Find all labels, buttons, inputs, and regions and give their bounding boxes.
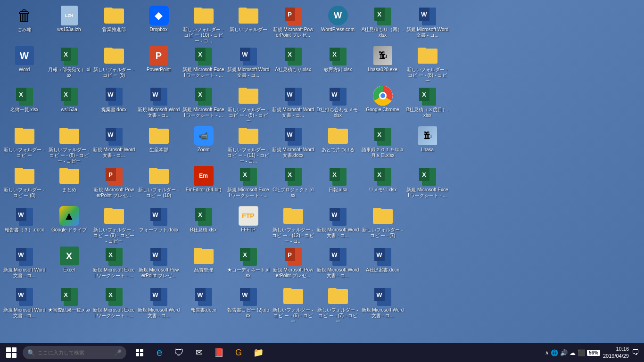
icon-image-excel2: X (104, 286, 124, 306)
desktop-icon-gijiroku[interactable]: X 議事録２０１９年４月８日.xlsx (360, 124, 405, 164)
desktop-icon-folder2[interactable]: 新しいフォルダー - コピ ー (8) (2, 164, 47, 204)
desktop-icon-atode[interactable]: あとで片つける (315, 124, 360, 164)
desktop-icon-asha_mitsumori2[interactable]: X A社見積もり（再）.xlsx (360, 4, 405, 44)
desktop-icon-word8[interactable]: W 新規 Microsoft Word 文書 - コ... (226, 44, 271, 84)
desktop-icon-ffftp[interactable]: FTP FFFTP (226, 204, 271, 244)
folder-icon (104, 8, 124, 24)
desktop-icon-chrome[interactable]: Google Chrome (360, 84, 405, 124)
desktop-icon-word14[interactable]: W 新規 Microsoft Word 文書 - コ... (405, 4, 450, 44)
desktop-icon-asha_teian[interactable]: W A社提案書.docx (360, 244, 405, 284)
desktop-icon-gdrive[interactable]: ▲ Google ドライブ (47, 204, 91, 244)
desktop-icon-asha_mitsumori[interactable]: X A社見積もり.xlsx (271, 44, 315, 84)
desktop-icon-coordinate[interactable]: X ★コーディネート.xlsx (226, 244, 271, 284)
desktop-icon-ws153a_lzh[interactable]: LZH ws153a.lzh (47, 4, 91, 44)
desktop-icon-excel5[interactable]: X 新規 Microsoft Excel ワークシート - ... (226, 164, 271, 204)
desktop-icon-eigyo[interactable]: 営業推進部 (91, 4, 136, 44)
start-button[interactable] (2, 343, 21, 362)
desktop-icon-teianshox[interactable]: W 提案書.docx (91, 84, 136, 124)
task-view-button[interactable] (130, 343, 149, 362)
desktop-icon-folder9[interactable]: 新しいフォルダー - コピ ー - (5) - コピー (226, 84, 271, 124)
desktop-icon-kyouiku[interactable]: X 教育方針.xlsx (315, 44, 360, 84)
desktop-icon-dsha_memo[interactable]: W D社打ち合わせメモ.xlsx (315, 84, 360, 124)
desktop-icon-folder10[interactable]: 新しいフォルダー - コピ ー - (11) - コピー - コ... (226, 124, 271, 164)
desktop-icon-word13[interactable]: W 新規 Microsoft Word 文書 - コ... (360, 284, 405, 324)
desktop-icon-folder15[interactable]: 新しいフォルダー - コピ ー - (8) - コピー (405, 44, 450, 84)
icon-image-hinshitu (194, 246, 214, 266)
desktop-icon-gomi[interactable]: 🗑ごみ箱 (2, 4, 47, 44)
desktop-icon-folder3[interactable]: 新しいフォルダー - コピ ー - (8) - コピー - コピー (47, 124, 91, 164)
edge-button[interactable]: e (150, 343, 169, 362)
desktop-icon-word6[interactable]: W 新規 Microsoft PowerPoint プレゼ... (136, 244, 181, 284)
desktop-icon-memo[interactable]: X ♡メモ♡.xlsx (360, 164, 405, 204)
desktop-icon-ppt3[interactable]: P 新規 Microsoft PowerPoint プレゼ... (271, 244, 315, 284)
tray-arrow[interactable]: ∧ (545, 350, 549, 356)
desktop-icon-folder13[interactable]: 新しいフォルダー - コピ ー - (7) - コピー (315, 284, 360, 324)
app2-button[interactable]: G (229, 343, 248, 362)
desktop-icon-word2[interactable]: W 新規 Microsoft Word 文書 - コ... (2, 284, 47, 324)
desktop-icon-matome[interactable]: まとめ (47, 164, 91, 204)
desktop-icon-lhasa020[interactable]: 🗜 Lhasa020.exe (360, 44, 405, 84)
desktop-icon-excel3[interactable]: X 新規 Microsoft Excel ワークシート - ... (181, 44, 226, 84)
desktop-icon-csha_proj[interactable]: X C社プロジェクト.xlsx (271, 164, 315, 204)
desktop-icon-word4[interactable]: P 新規 Microsoft PowerPoint プレゼ... (91, 164, 136, 204)
desktop-icon-word3[interactable]: W 新規 Microsoft Word 文書 - コ... (91, 124, 136, 164)
search-input[interactable] (38, 350, 111, 355)
desktop-icon-excel_app[interactable]: XExcel (47, 244, 91, 284)
desktop-icon-ppt_app[interactable]: PPowerPoint (136, 44, 181, 84)
desktop-icon-excel6[interactable]: X 新規 Microsoft Excel ワークシート - ... (405, 164, 450, 204)
desktop-icon-excel2[interactable]: X 新規 Microsoft Excel ワークシート - ... (91, 284, 136, 324)
desktop-icon-word12[interactable]: W 新規 Microsoft Word 文書 - コ... (315, 244, 360, 284)
icon-label-ppt3: 新規 Microsoft PowerPoint プレゼ... (272, 267, 314, 279)
desktop-icon-gairai[interactable]: X ★害査結果一覧.xlsx (47, 284, 91, 324)
desktop-icon-seisanbu[interactable]: 生産本部 (136, 124, 181, 164)
desktop-icon-folder12[interactable]: 新しいフォルダー - コピ ー - (6) - コピー (271, 284, 315, 324)
icon-image-word9: W (283, 86, 303, 106)
desktop-icon-bsha[interactable]: X B社見積.xlsx (181, 204, 226, 244)
desktop-icon-folder5[interactable]: 新しいフォルダー - コピ ー (9) - コピー - コピー (91, 204, 136, 244)
system-clock[interactable]: 10:16 2019/04/29 (603, 346, 629, 360)
app1-button[interactable]: 📕 (209, 343, 228, 362)
desktop-icon-houkoku2[interactable]: W 報告書.docx (181, 284, 226, 324)
desktop-icon-ppt2[interactable]: P 新規 Microsoft PowerPoint プレゼ... (271, 4, 315, 44)
mail-button[interactable]: ✉ (190, 343, 208, 362)
desktop-icon-wordpress[interactable]: W WordPress.com (315, 4, 360, 44)
desktop-icon-dropbox[interactable]: ◆ Dropbox (136, 4, 181, 44)
desktop-icon-emeditor[interactable]: Em EmEditor (64-bit) (181, 164, 226, 204)
desktop-icon-word10[interactable]: W 新規 Microsoft Word 文書.docx (271, 124, 315, 164)
explorer-button[interactable]: 📁 (249, 343, 268, 362)
desktop-icon-folder1[interactable]: 新しいフォルダー - コピ ー (2, 124, 47, 164)
desktop-icon-word9[interactable]: W 新規 Microsoft Word 文書 - コ... (271, 84, 315, 124)
desktop-icon-folder6[interactable]: 新しいフォルダー - コピ ー (10) (136, 164, 181, 204)
battery-indicator: 56% (587, 350, 600, 356)
desktop-icon-lhasa[interactable]: 🗜 Lhasa (405, 124, 450, 164)
desktop-icon-folder7[interactable]: 新しいフォルダー - コピ ー (10) - コピー - コ... (181, 4, 226, 44)
security-button[interactable]: 🛡 (170, 343, 189, 362)
desktop-icon-meibo[interactable]: X 名簿一覧.xlsx (2, 84, 47, 124)
desktop-icon-ws153a[interactable]: X ws153a (47, 84, 91, 124)
taskbar-search-box[interactable]: 🔍 🎤 (23, 346, 126, 359)
desktop-icon-houkokucopy[interactable]: W 報告書コピー (2).docx (226, 284, 271, 324)
desktop-icon-bsha3[interactable]: X B社見積（３度目）.xlsx (405, 84, 450, 124)
desktop-icon-houkoku3[interactable]: W 報告書（３）.docx (2, 204, 47, 244)
excel-doc-icon: X (195, 206, 212, 226)
desktop-icon-word11[interactable]: W 新規 Microsoft Word 文書 - コ... (315, 204, 360, 244)
folder-icon (59, 128, 79, 144)
desktop-icon-nippo[interactable]: X 日報.xlsx (315, 164, 360, 204)
desktop-icon-folder4[interactable]: 新しいフォルダー - コピ ー (9) (91, 44, 136, 84)
excel-app-icon: X (60, 247, 79, 265)
desktop-icon-folder8[interactable]: 新しいフォルダー (226, 4, 271, 44)
desktop-icon-format[interactable]: W フォーマット.docx (136, 204, 181, 244)
desktop-icon-excel1[interactable]: X 新規 Microsoft Excel ワークシート - ... (91, 244, 136, 284)
desktop-icon-word5[interactable]: W 新規 Microsoft Word 文書 - コ... (136, 84, 181, 124)
notification-icon[interactable]: 🗨 (632, 348, 639, 357)
desktop-icon-zoom[interactable]: 📹 Zoom (181, 124, 226, 164)
volume-icon[interactable]: 🔊 (560, 349, 568, 356)
desktop-icon-folder14[interactable]: 新しいフォルダー - コピ ー - (7) (360, 204, 405, 244)
desktop-icon-word1[interactable]: W 新規 Microsoft Word 文書 - コ... (2, 244, 47, 284)
desktop-icon-word7[interactable]: W 新規 Microsoft Word 文書 - コ... (136, 284, 181, 324)
desktop-icon-excel4[interactable]: X 新規 Microsoft Excel ワークシート - ... (181, 84, 226, 124)
desktop-icon-hinshitu[interactable]: 品質管理 (181, 244, 226, 284)
desktop-icon-word[interactable]: WWord (2, 44, 47, 84)
desktop-icon-getsuki[interactable]: X 月報（部長宛て）.xlsx (47, 44, 91, 84)
desktop-icon-folder11[interactable]: 新しいフォルダー - コピ ー - (12) - コピー - コ... (271, 204, 315, 244)
